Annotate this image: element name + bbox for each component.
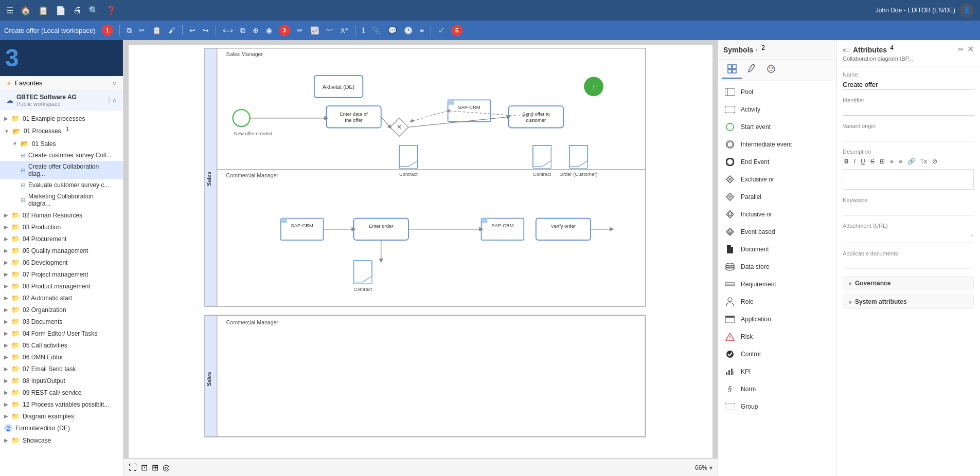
sidebar-item-documents[interactable]: ▶ 📁 03 Documents bbox=[0, 316, 123, 327]
sidebar-item-dmn[interactable]: ▶ 📁 06 DMN Editor bbox=[0, 351, 123, 363]
pen-icon[interactable]: ✏ bbox=[294, 25, 306, 36]
symbol-item-norm[interactable]: § Norm bbox=[718, 380, 836, 398]
symbols-tab-grid[interactable] bbox=[722, 62, 742, 79]
symbol-item-pool[interactable]: Pool bbox=[718, 83, 836, 101]
attr-name-input[interactable] bbox=[843, 80, 974, 90]
attr-identifier-input[interactable] bbox=[843, 105, 974, 116]
sidebar-item-development[interactable]: ▶ 📁 06 Development bbox=[0, 257, 123, 268]
menu-icon[interactable]: ☰ bbox=[6, 6, 13, 15]
checkmark-icon[interactable]: ✓ bbox=[435, 23, 448, 38]
sidebar-item-evaluate-customer[interactable]: ⊞ Evaluate customer survey c... bbox=[0, 179, 123, 191]
checklist-icon[interactable]: 📋 bbox=[38, 6, 48, 15]
chat-icon[interactable]: 💬 bbox=[385, 25, 399, 36]
format-painter-icon[interactable]: 🖌 bbox=[166, 25, 178, 36]
sidebar-item-auto-start[interactable]: ▶ 📁 02 Automatic start bbox=[0, 292, 123, 304]
symbol-item-group[interactable]: Group bbox=[718, 398, 836, 415]
fullscreen-icon[interactable]: ⛶ bbox=[129, 463, 137, 472]
symbol-item-kpi[interactable]: KPI bbox=[718, 363, 836, 380]
upload-icon[interactable]: ↑ bbox=[970, 232, 974, 240]
sidebar-item-create-customer[interactable]: ⊞ Create customer survey Coll... bbox=[0, 150, 123, 161]
sidebar-item-organization[interactable]: ▶ 📁 02 Organization bbox=[0, 304, 123, 316]
search-icon[interactable]: 🔍 bbox=[88, 6, 99, 15]
sidebar-item-showcase[interactable]: ▶ 📁 Showcase bbox=[0, 434, 123, 446]
sidebar-item-call-activities[interactable]: ▶ 📁 05 Call activities bbox=[0, 339, 123, 351]
clock-icon[interactable]: 🕐 bbox=[401, 25, 415, 36]
home-icon[interactable]: 🏠 bbox=[21, 6, 31, 15]
symbol-item-intermediate-event[interactable]: Intermediate event bbox=[718, 136, 836, 153]
copy-icon[interactable]: ⧉ bbox=[124, 25, 134, 36]
symbol-item-document[interactable]: Document bbox=[718, 241, 836, 258]
italic-icon[interactable]: I bbox=[852, 157, 857, 166]
symbol-item-application[interactable]: Application bbox=[718, 310, 836, 328]
sidebar-item-human-resources[interactable]: ▶ 📁 02 Human Resources bbox=[0, 209, 123, 221]
sidebar-item-processes[interactable]: ▼ 📂 01 Processes 1 bbox=[0, 124, 123, 138]
wave-icon[interactable]: 〰 bbox=[324, 25, 336, 36]
edit-icon[interactable]: ✏ bbox=[958, 45, 964, 53]
zoom-dropdown-icon[interactable]: ▾ bbox=[709, 464, 712, 471]
symbol-item-end-event[interactable]: End Event bbox=[718, 153, 836, 171]
sidebar-item-procurement[interactable]: ▶ 📁 04 Procurement bbox=[0, 233, 123, 245]
symbol-item-start-event[interactable]: Start event bbox=[718, 118, 836, 136]
sidebar-item-diagram-examples[interactable]: ▶ 📁 Diagram examples bbox=[0, 410, 123, 422]
symbols-tab-palette[interactable] bbox=[761, 62, 781, 79]
symbol-item-control[interactable]: Control bbox=[718, 345, 836, 363]
user-avatar[interactable]: 👤 bbox=[959, 3, 974, 17]
symbol-item-data-store[interactable]: Data store bbox=[718, 258, 836, 276]
sidebar-item-input-output[interactable]: ▶ 📁 08 Input/Output bbox=[0, 375, 123, 387]
info-icon[interactable]: ℹ bbox=[360, 25, 367, 36]
symbols-tab-pen[interactable] bbox=[742, 62, 761, 79]
workspace-collapse-icon[interactable]: ∧ bbox=[112, 97, 117, 104]
sidebar-item-formulareditor[interactable]: 2 Formulareditor (DE) bbox=[0, 422, 123, 434]
sidebar-item-project[interactable]: ▶ 📁 07 Project management bbox=[0, 268, 123, 280]
sidebar-item-quality[interactable]: ▶ 📁 05 Quality management bbox=[0, 245, 123, 257]
text-style-icon[interactable]: Tx bbox=[919, 157, 929, 166]
paste-icon[interactable]: 📋 bbox=[150, 25, 164, 36]
line-chart-icon[interactable]: 📈 bbox=[308, 25, 322, 36]
canvas-area[interactable]: Sales Manager Sales Sales Manager Commer… bbox=[123, 40, 718, 476]
governance-section-header[interactable]: ∨ Governance bbox=[843, 277, 973, 290]
attr-attachment-input[interactable] bbox=[843, 231, 968, 241]
sidebar-item-email[interactable]: ▶ 📁 07 Email Send task bbox=[0, 363, 123, 375]
symbol-item-requirement[interactable]: Requirement bbox=[718, 276, 836, 293]
table-icon[interactable]: ⊞ bbox=[878, 157, 886, 166]
system-attributes-section-header[interactable]: ∨ System attributes bbox=[843, 295, 973, 308]
underline-icon[interactable]: U bbox=[859, 157, 867, 166]
bold-icon[interactable]: B bbox=[843, 157, 850, 166]
sidebar-item-production[interactable]: ▶ 📁 03 Production bbox=[0, 221, 123, 233]
close-attributes-button[interactable]: ✕ bbox=[967, 44, 974, 54]
attach-icon[interactable]: 📎 bbox=[369, 25, 383, 36]
list-ordered-icon[interactable]: ≡ bbox=[888, 157, 895, 166]
redo-icon[interactable]: ↪ bbox=[200, 25, 211, 36]
translate-icon[interactable]: Xᴬ bbox=[338, 25, 351, 36]
symbol-item-activity[interactable]: Activity bbox=[718, 101, 836, 118]
align-icon[interactable]: ⊕ bbox=[250, 25, 261, 36]
list-icon[interactable]: ≡ bbox=[417, 25, 426, 36]
symbol-item-risk[interactable]: ! Risk bbox=[718, 328, 836, 345]
sidebar-item-sales[interactable]: ▼ 📂 01 Sales bbox=[0, 138, 123, 150]
sidebar-item-marketing[interactable]: ⊞ Marketing Collaboration diagra... bbox=[0, 191, 123, 209]
help-icon[interactable]: ❓ bbox=[106, 6, 116, 15]
document-icon[interactable]: 📄 bbox=[56, 6, 66, 15]
symbol-item-event-based[interactable]: Event based bbox=[718, 223, 836, 241]
link-icon[interactable]: ⟺ bbox=[220, 25, 236, 36]
sidebar-item-product[interactable]: ▶ 📁 08 Product management bbox=[0, 280, 123, 292]
attr-variant-input[interactable] bbox=[843, 131, 974, 141]
attr-keywords-input[interactable] bbox=[843, 205, 974, 215]
sidebar-item-create-offer[interactable]: ⊞ Create offer Collaboration diag... bbox=[0, 161, 123, 179]
link-text-icon[interactable]: 🔗 bbox=[906, 157, 917, 166]
canvas-inner[interactable]: Sales Manager Sales Sales Manager Commer… bbox=[129, 45, 712, 458]
cut-icon[interactable]: ✂ bbox=[136, 25, 148, 36]
workspace-row[interactable]: ☁ GBTEC Software AG Public workspace ⋮ ∧ bbox=[0, 90, 123, 111]
list-unordered-icon[interactable]: ≡ bbox=[897, 157, 904, 166]
symbol-item-role[interactable]: Role bbox=[718, 293, 836, 310]
sidebar-item-form-editor[interactable]: ▶ 📁 04 Form Editor/ User Tasks bbox=[0, 327, 123, 339]
undo-icon[interactable]: ↩ bbox=[187, 25, 198, 36]
symbol-item-inclusive-or[interactable]: Inclusive or bbox=[718, 206, 836, 223]
workspace-menu-icon[interactable]: ⋮ bbox=[106, 97, 112, 104]
sidebar-item-process-vars[interactable]: ▶ 📁 12 Process variables possiblit... bbox=[0, 398, 123, 410]
fit-icon[interactable]: ⊡ bbox=[141, 463, 148, 472]
sidebar-item-example-processes[interactable]: ▶ 📁 01 Example processes bbox=[0, 113, 123, 124]
layer-icon[interactable]: ⧉ bbox=[238, 25, 248, 36]
favorites-row[interactable]: ★ Favorites ∨ bbox=[0, 76, 123, 90]
print-icon[interactable]: 🖨 bbox=[73, 6, 81, 15]
